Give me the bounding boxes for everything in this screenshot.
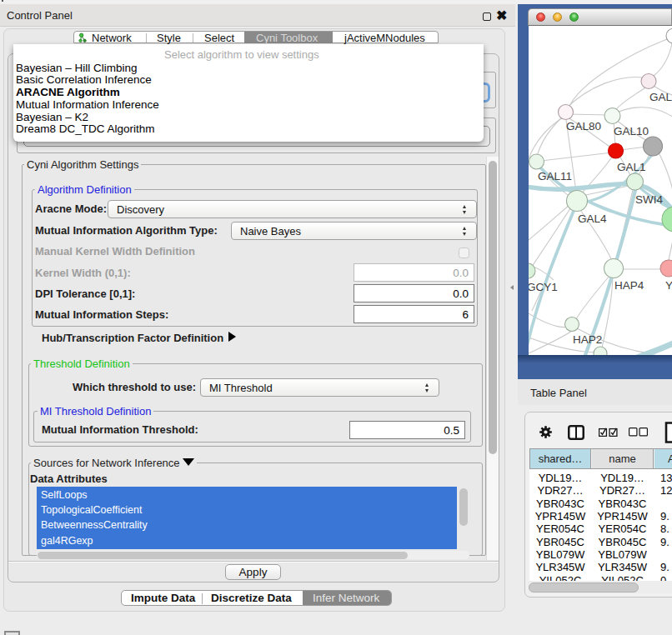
svg-text:GAL10: GAL10	[614, 125, 649, 138]
svg-text:GAL1: GAL1	[617, 161, 646, 173]
svg-text:GAL80: GAL80	[566, 120, 601, 132]
svg-text:GCY1: GCY1	[529, 281, 558, 293]
svg-text:HAP4: HAP4	[614, 279, 644, 292]
svg-text:HAP2: HAP2	[573, 333, 602, 346]
svg-text:GAL4: GAL4	[578, 212, 607, 225]
svg-text:SWI4: SWI4	[635, 193, 663, 206]
svg-text:GAL11: GAL11	[538, 170, 572, 182]
svg-text:Y: Y	[665, 279, 672, 292]
svg-text:GAL: GAL	[649, 91, 672, 103]
